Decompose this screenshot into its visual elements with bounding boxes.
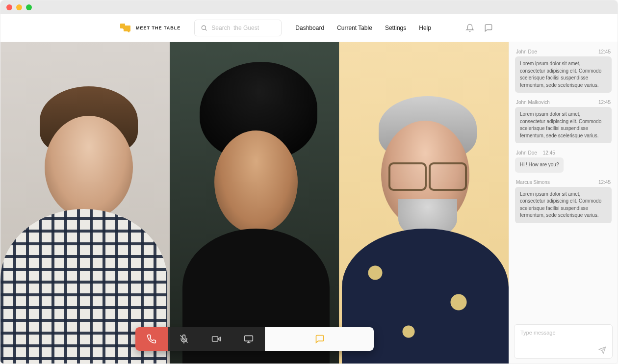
- send-icon[interactable]: [598, 346, 606, 354]
- chat-text: Lorem ipsum dolor sit amet, consectetur …: [515, 107, 612, 143]
- logo-icon: [120, 24, 132, 32]
- chat-message: Marcus Simons 12:45 Lorem ipsum dolor si…: [515, 180, 612, 223]
- video-grid: [0, 42, 509, 364]
- nav-settings[interactable]: Settings: [385, 25, 406, 31]
- svg-rect-8: [245, 336, 253, 341]
- nav-help[interactable]: Help: [419, 25, 431, 31]
- window-minimize-button[interactable]: [16, 4, 22, 10]
- chat-author: John Malkovich: [516, 100, 550, 105]
- app-window: MEET THE TABLE Dashboard Current Table S…: [0, 0, 618, 364]
- call-controls: [135, 327, 374, 351]
- nav-current-table[interactable]: Current Table: [337, 25, 372, 31]
- participant-avatar: [170, 42, 339, 364]
- video-pane-1[interactable]: [0, 42, 170, 364]
- window-titlebar: [0, 0, 618, 14]
- window-close-button[interactable]: [6, 4, 12, 10]
- svg-point-2: [202, 26, 206, 29]
- chat-compose[interactable]: [514, 324, 613, 359]
- nav-dashboard[interactable]: Dashboard: [295, 25, 324, 31]
- share-screen-button[interactable]: [232, 327, 265, 351]
- chat-text: Lorem ipsum dolor sit amet, consectetur …: [515, 187, 612, 223]
- nav-links: Dashboard Current Table Settings Help: [295, 25, 431, 31]
- svg-rect-6: [212, 337, 218, 341]
- chat-text: Hi ! How are you?: [515, 157, 564, 173]
- video-pane-2[interactable]: [170, 42, 339, 364]
- chat-author: John Doe: [516, 150, 537, 156]
- participant-avatar: [0, 42, 170, 364]
- mute-button[interactable]: [168, 327, 200, 351]
- top-nav: MEET THE TABLE Dashboard Current Table S…: [0, 14, 618, 42]
- chat-icon[interactable]: [484, 24, 493, 32]
- brand-name: MEET THE TABLE: [136, 26, 180, 30]
- svg-line-3: [206, 29, 207, 31]
- chat-panel: John Doe 12:45 Lorem ipsum dolor sit ame…: [509, 42, 618, 364]
- chat-author: Marcus Simons: [516, 180, 550, 185]
- chat-time: 12:45: [598, 100, 611, 105]
- chat-time: 12:45: [598, 49, 611, 54]
- svg-rect-1: [124, 26, 130, 31]
- chat-message: John Doe 12:45 Hi ! How are you?: [515, 150, 612, 173]
- chat-input[interactable]: [520, 330, 606, 336]
- chat-time: 12:45: [598, 180, 611, 185]
- main-content: John Doe 12:45 Lorem ipsum dolor sit ame…: [0, 42, 618, 364]
- search-box[interactable]: [194, 20, 282, 36]
- chat-messages[interactable]: John Doe 12:45 Lorem ipsum dolor sit ame…: [509, 42, 618, 319]
- search-input[interactable]: [211, 25, 275, 31]
- nav-right: [465, 24, 493, 32]
- camera-button[interactable]: [200, 327, 232, 351]
- chat-message: John Malkovich 12:45 Lorem ipsum dolor s…: [515, 100, 612, 143]
- video-pane-3[interactable]: [339, 42, 509, 364]
- chat-author: John Doe: [516, 49, 537, 54]
- window-zoom-button[interactable]: [26, 4, 32, 10]
- search-icon: [201, 25, 207, 31]
- chat-message: John Doe 12:45 Lorem ipsum dolor sit ame…: [515, 49, 612, 93]
- bell-icon[interactable]: [465, 24, 474, 32]
- brand-logo[interactable]: MEET THE TABLE: [120, 24, 180, 32]
- chat-time: 12:45: [543, 150, 555, 156]
- toggle-chat-button[interactable]: [265, 327, 374, 351]
- participant-avatar: [339, 42, 509, 364]
- chat-text: Lorem ipsum dolor sit amet, consectetur …: [515, 56, 612, 93]
- hangup-button[interactable]: [135, 327, 168, 351]
